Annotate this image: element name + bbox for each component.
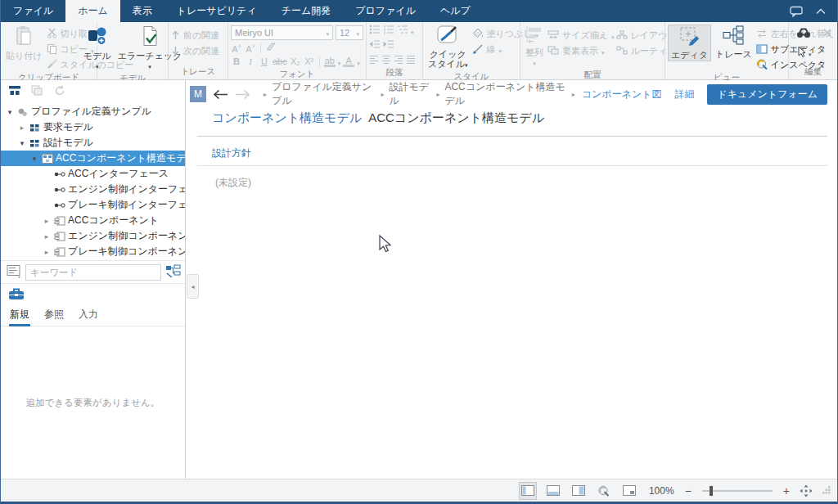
- outdent-icon[interactable]: [369, 39, 381, 52]
- tree-expander[interactable]: [4, 108, 16, 116]
- quick-style-button[interactable]: クイック スタイル: [426, 25, 471, 70]
- back-icon[interactable]: [213, 89, 228, 100]
- zoom-out-button[interactable]: −: [685, 485, 692, 497]
- palette-tab[interactable]: 新規: [9, 305, 30, 326]
- numbered-list-icon[interactable]: [383, 25, 394, 37]
- align-button[interactable]: 整列: [523, 25, 546, 69]
- resize-grip[interactable]: [822, 485, 831, 497]
- ribbon-tab[interactable]: チーム開発: [269, 0, 344, 22]
- find-icon[interactable]: [796, 27, 811, 41]
- indent-icon[interactable]: [383, 39, 394, 52]
- palette-tab[interactable]: 参照: [43, 305, 65, 326]
- justify-icon[interactable]: [406, 55, 416, 66]
- clear-format-icon[interactable]: [265, 42, 277, 54]
- toolbox-icon[interactable]: [8, 287, 25, 303]
- zoom-slider-thumb[interactable]: [710, 486, 713, 496]
- next-relation-button[interactable]: 次の関連: [171, 45, 219, 57]
- tree-expander[interactable]: [41, 248, 52, 256]
- align-right-icon[interactable]: [394, 55, 403, 66]
- tree-item[interactable]: ブレーキ制御インターフェース: [1, 197, 185, 213]
- strikethrough-button[interactable]: abc: [273, 56, 287, 67]
- tree-item[interactable]: ACCコンポーネント: [1, 213, 185, 228]
- tree-item-icon: [52, 247, 66, 257]
- document-form-button[interactable]: ドキュメントフォーム: [707, 84, 827, 105]
- tree-item-icon: [52, 216, 66, 226]
- grow-font-button[interactable]: A˄: [231, 41, 242, 55]
- copy-view-icon[interactable]: [31, 85, 43, 98]
- tree-item[interactable]: 要求モデル: [1, 119, 185, 135]
- underline-button[interactable]: U: [259, 56, 270, 67]
- bold-button[interactable]: B: [231, 56, 242, 67]
- breadcrumb-item[interactable]: ACCコンポーネント構造モデル: [444, 80, 566, 108]
- tree-expander[interactable]: [29, 155, 40, 163]
- prev-relation-label: 前の関連: [183, 29, 219, 42]
- delete-icon[interactable]: [822, 28, 832, 40]
- element-display-button[interactable]: 要素表示: [547, 45, 615, 57]
- italic-button[interactable]: I: [245, 56, 256, 67]
- keyword-search-input[interactable]: [25, 264, 161, 281]
- model-tree-icon[interactable]: [8, 84, 21, 98]
- paste-button[interactable]: 貼り付け: [3, 25, 45, 61]
- ribbon-tab[interactable]: 表示: [120, 0, 164, 22]
- ribbon-tab[interactable]: ホーム: [65, 0, 120, 22]
- font-family-select[interactable]: Meiryo UI: [231, 25, 333, 40]
- tree-expander[interactable]: [41, 232, 52, 241]
- collapse-ribbon-icon[interactable]: [816, 8, 826, 15]
- ribbon-tab[interactable]: プロファイル: [343, 0, 428, 22]
- ribbon-tab[interactable]: ファイル: [1, 0, 65, 22]
- tree-expander[interactable]: [41, 217, 52, 225]
- tree-item[interactable]: エンジン制御インターフェース: [1, 182, 185, 197]
- tree-item[interactable]: ACCコンポーネント構造モデル: [1, 151, 185, 166]
- tree-item[interactable]: 設計モデル: [1, 135, 185, 151]
- ribbon-group-font: Meiryo UI 12 A˄ A˅ B I U abc X₂ X²: [228, 22, 367, 79]
- align-center-icon[interactable]: [381, 55, 391, 66]
- ribbon-tab[interactable]: トレーサビリティ: [164, 0, 269, 22]
- sidebar-collapse-handle[interactable]: [187, 274, 199, 299]
- app-window: ファイル ホーム 表示 トレーサビリティ チーム開発 プロファイル ヘルプ: [0, 0, 838, 504]
- search-scope-icon[interactable]: [7, 263, 21, 281]
- zoom-slider[interactable]: [702, 490, 773, 492]
- highlight-color-button[interactable]: ab: [324, 56, 336, 67]
- view-link[interactable]: コンポーネント図: [582, 88, 662, 101]
- tree-expander[interactable]: [16, 139, 28, 147]
- align-left-icon[interactable]: [369, 55, 379, 66]
- feedback-icon[interactable]: [790, 6, 803, 17]
- element-display-icon: [547, 46, 559, 56]
- bullet-list-icon[interactable]: [369, 25, 381, 37]
- tree-item[interactable]: エンジン制御コンポーネント: [1, 228, 185, 244]
- shrink-font-button[interactable]: A˅: [245, 41, 256, 55]
- copy-icon: [47, 43, 57, 56]
- pan-icon[interactable]: [797, 482, 815, 500]
- tree-item[interactable]: ACCインターフェース: [1, 166, 185, 182]
- font-color-button[interactable]: A: [343, 56, 354, 67]
- breadcrumb-item[interactable]: 設計モデル: [389, 80, 431, 108]
- size-align-button[interactable]: サイズ揃え: [547, 29, 615, 42]
- view-link[interactable]: 詳細: [674, 88, 694, 101]
- model-button[interactable]: モデル: [81, 25, 114, 72]
- font-size-select[interactable]: 12: [336, 25, 363, 40]
- forward-icon[interactable]: [235, 89, 250, 100]
- layout-single-button[interactable]: [519, 482, 537, 500]
- editor-view-button[interactable]: エディタ: [668, 25, 711, 61]
- multilevel-list-icon[interactable]: [397, 25, 408, 37]
- ribbon-tab[interactable]: ヘルプ: [428, 0, 483, 22]
- sync-selection-icon[interactable]: [53, 85, 65, 98]
- layout-vertical-split-button[interactable]: [570, 482, 588, 500]
- breadcrumb-item[interactable]: プロファイル定義サンプル: [272, 80, 376, 108]
- palette-tab[interactable]: 入力: [78, 305, 99, 326]
- zoom-in-button[interactable]: +: [783, 485, 790, 497]
- tree-item-label: ブレーキ制御コンポーネント: [66, 245, 185, 259]
- inspector-toggle-icon[interactable]: [595, 482, 613, 500]
- tree-item[interactable]: プロファイル定義サンプル: [1, 104, 185, 119]
- tree-expander[interactable]: [16, 124, 28, 132]
- subscript-button[interactable]: X₂: [290, 56, 301, 67]
- prev-relation-button[interactable]: 前の関連: [171, 29, 219, 42]
- filter-tree-icon[interactable]: [165, 264, 181, 280]
- tree-item[interactable]: ブレーキ制御コンポーネント: [1, 244, 185, 259]
- minimap-toggle-icon[interactable]: [620, 482, 638, 500]
- pointer-icon[interactable]: [796, 46, 806, 60]
- layout-horizontal-split-button[interactable]: [544, 482, 562, 500]
- field-empty-value[interactable]: (未設定): [197, 166, 827, 190]
- trace-view-button[interactable]: トレース: [713, 25, 755, 60]
- superscript-button[interactable]: X²: [304, 56, 315, 67]
